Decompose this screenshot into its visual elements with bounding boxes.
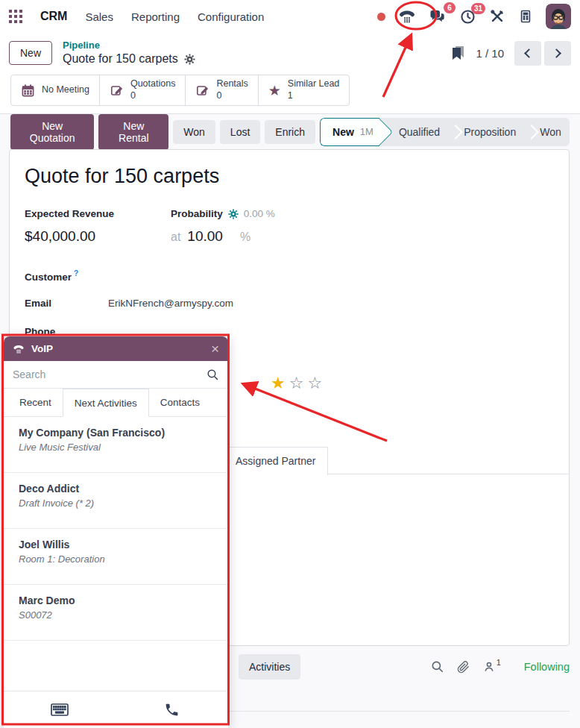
attachment-paperclip-icon[interactable] <box>457 661 470 674</box>
edit-icon <box>110 84 124 98</box>
stat-label: No Meeting <box>42 84 89 96</box>
list-item[interactable]: My Company (San Francisco) Live Music Fe… <box>4 417 228 473</box>
breadcrumb-pipeline-link[interactable]: Pipeline <box>63 40 195 51</box>
search-messages-icon[interactable] <box>431 660 444 674</box>
stage-qualified[interactable]: Qualified <box>379 118 452 146</box>
edit-icon <box>195 84 209 98</box>
voip-tab-next-activities[interactable]: Next Activities <box>63 389 149 417</box>
email-label: Email <box>25 298 108 309</box>
entry-note: Live Music Festival <box>19 442 213 453</box>
expected-revenue-value[interactable]: $40,000.00 <box>25 228 171 245</box>
entry-note: S00072 <box>19 609 213 621</box>
breadcrumb-current-title: Quote for 150 carpets <box>63 51 178 66</box>
voip-footer <box>4 691 228 728</box>
stage-won[interactable]: Won <box>528 118 570 146</box>
entry-name: Marc Demo <box>19 594 213 606</box>
activities-tab-button[interactable]: Activities <box>239 654 300 680</box>
systray: 6 31 <box>377 4 571 29</box>
stage-proposition[interactable]: Proposition <box>452 118 528 146</box>
pager-previous-button[interactable] <box>514 41 541 66</box>
dialpad-keyboard-icon[interactable] <box>4 691 116 728</box>
stage-label: Won <box>540 126 561 138</box>
user-avatar[interactable] <box>546 4 571 29</box>
enrich-button[interactable]: Enrich <box>265 120 315 144</box>
won-button[interactable]: Won <box>173 120 215 144</box>
lost-button[interactable]: Lost <box>220 120 260 144</box>
email-value[interactable]: ErikNFrench@armyspy.com <box>108 298 233 309</box>
voip-phone-icon[interactable] <box>398 7 416 25</box>
action-bar: New Quotation New Rental Won Lost Enrich… <box>0 114 580 149</box>
tools-icon[interactable] <box>489 8 505 25</box>
stat-count: 0 <box>216 90 221 102</box>
bookmark-icon[interactable] <box>451 46 465 60</box>
voip-search-input[interactable] <box>13 368 201 380</box>
activities-badge: 31 <box>471 3 485 14</box>
followers-icon[interactable]: 1 <box>482 660 501 674</box>
menu-reporting[interactable]: Reporting <box>131 10 180 23</box>
lead-title[interactable]: Quote for 150 carpets <box>25 165 219 188</box>
presence-dot-icon[interactable] <box>377 13 385 21</box>
stage-label: Proposition <box>464 126 516 138</box>
stat-label: Similar Lead <box>288 78 339 90</box>
revenue-probability-fields: Expected Revenue Probability 0.00 % $40,… <box>25 208 338 245</box>
tab-assigned-partner[interactable]: Assigned Partner <box>223 447 328 475</box>
entry-note: Draft Invoice (* 2) <box>19 498 213 509</box>
entry-note: Room 1: Decoration <box>19 553 213 565</box>
messages-badge: 6 <box>444 2 456 13</box>
star-filled-icon[interactable]: ★ <box>271 375 286 392</box>
voip-activity-list: My Company (San Francisco) Live Music Fe… <box>4 417 228 691</box>
pager-next-button[interactable] <box>544 41 571 66</box>
list-item[interactable]: Marc Demo S00072 <box>4 585 228 641</box>
voip-tab-recent[interactable]: Recent <box>8 389 63 416</box>
phone-field-row: Phone <box>25 326 108 337</box>
close-icon[interactable]: × <box>211 342 219 356</box>
priority-stars[interactable]: ★ ☆ ☆ <box>271 375 322 392</box>
top-navbar: CRM Sales Reporting Configuration 6 <box>0 0 580 33</box>
entry-name: Joel Willis <box>19 539 213 550</box>
calendar-icon <box>21 84 35 98</box>
stage-label: Qualified <box>399 126 440 138</box>
stage-badge: 1M <box>360 126 373 137</box>
menu-sales[interactable]: Sales <box>85 10 113 23</box>
at-label: at <box>171 230 180 244</box>
gear-icon[interactable] <box>184 54 195 65</box>
new-quotation-button[interactable]: New Quotation <box>10 114 94 150</box>
customer-field-row: Customer? <box>25 269 108 283</box>
email-field-row: Email ErikNFrench@armyspy.com <box>25 298 233 309</box>
record-pager: 1 / 10 <box>476 47 504 60</box>
phone-label: Phone <box>25 326 108 337</box>
apps-grid-icon[interactable] <box>9 10 22 23</box>
star-empty-icon[interactable]: ☆ <box>289 375 304 392</box>
menu-crm[interactable]: CRM <box>40 10 67 23</box>
messages-icon[interactable]: 6 <box>429 7 447 25</box>
voip-tab-contacts[interactable]: Contacts <box>149 389 211 416</box>
voip-popup: VoIP × Recent Next Activities Contacts M… <box>4 336 228 728</box>
list-item[interactable]: Deco Addict Draft Invoice (* 2) <box>4 473 228 529</box>
stat-button-rentals[interactable]: Rentals 0 <box>185 75 258 106</box>
call-phone-icon[interactable] <box>116 691 229 728</box>
stage-pipeline: New 1M Qualified Proposition Won <box>320 118 570 146</box>
probability-input[interactable]: 10.00 <box>187 228 223 245</box>
star-empty-icon[interactable]: ☆ <box>307 375 322 392</box>
probability-label: Probability <box>171 208 223 219</box>
star-icon: ★ <box>268 84 281 98</box>
control-panel: New Pipeline Quote for 150 carpets 1 / 1… <box>9 34 571 72</box>
voip-header[interactable]: VoIP × <box>4 336 228 361</box>
stat-button-quotations[interactable]: Quotations 0 <box>99 75 186 106</box>
followers-count: 1 <box>497 658 501 667</box>
entry-name: My Company (San Francisco) <box>19 427 213 439</box>
stage-new[interactable]: New 1M <box>320 118 379 146</box>
new-rental-button[interactable]: New Rental <box>98 114 168 150</box>
search-icon[interactable] <box>207 368 219 381</box>
company-building-icon[interactable] <box>518 8 533 25</box>
stat-button-similar-lead[interactable]: ★ Similar Lead 1 <box>258 75 350 106</box>
stat-button-meeting[interactable]: No Meeting <box>10 75 100 106</box>
list-item[interactable]: Joel Willis Room 1: Decoration <box>4 529 228 585</box>
new-record-button[interactable]: New <box>9 41 52 65</box>
breadcrumb: Pipeline Quote for 150 carpets <box>63 40 195 66</box>
help-icon[interactable]: ? <box>74 269 78 277</box>
activities-clock-icon[interactable]: 31 <box>459 8 476 25</box>
probability-gear-icon[interactable] <box>228 209 239 219</box>
following-toggle[interactable]: Following <box>524 661 570 673</box>
menu-configuration[interactable]: Configuration <box>198 10 264 23</box>
